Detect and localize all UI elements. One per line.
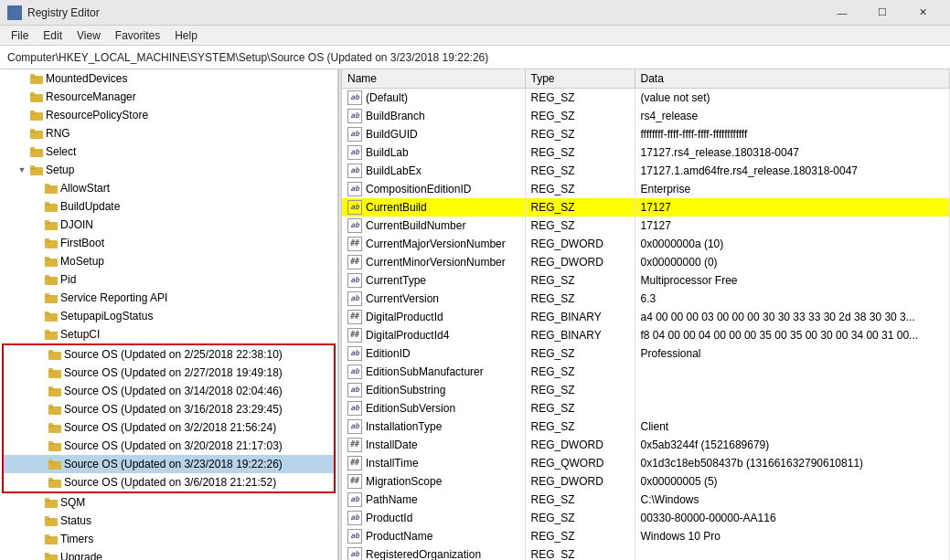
cell-data: 17127.rs4_release.180318-0047 xyxy=(635,143,950,162)
tree-node-SourceOS6[interactable]: Source OS (Updated on 3/20/2018 21:17:03… xyxy=(4,437,334,455)
tree-node-FirstBoot[interactable]: FirstBoot xyxy=(0,234,337,252)
table-row[interactable]: abProductIdREG_SZ00330-80000-00000-AA116 xyxy=(342,509,950,527)
tree-label-ServiceReportingAPI: Service Reporting API xyxy=(60,291,167,304)
tree-node-SourceOS3[interactable]: Source OS (Updated on 3/14/2018 02:04:46… xyxy=(4,382,334,400)
table-row[interactable]: abProductNameREG_SZWindows 10 Pro xyxy=(342,527,950,545)
cell-name: abBuildGUID xyxy=(342,125,525,143)
table-row[interactable]: abRegisteredOrganizationREG_SZ xyxy=(342,545,950,561)
tree-panel[interactable]: MountedDevices ResourceManager ResourceP… xyxy=(0,69,338,560)
table-row[interactable]: abEditionSubManufacturerREG_SZ xyxy=(342,363,950,381)
col-header-name[interactable]: Name xyxy=(342,69,525,89)
cell-name-text: InstallDate xyxy=(366,438,418,451)
col-header-type[interactable]: Type xyxy=(525,69,635,89)
menu-item-favorites[interactable]: Favorites xyxy=(108,27,167,44)
table-row[interactable]: ##InstallDateREG_DWORD0x5ab3244f (152168… xyxy=(342,436,950,454)
tree-node-SourceOS5[interactable]: Source OS (Updated on 3/2/2018 21:56:24) xyxy=(4,418,334,437)
cell-name: abRegisteredOrganization xyxy=(342,545,525,561)
folder-icon-SourceOS6 xyxy=(48,438,62,453)
table-row[interactable]: abCurrentTypeREG_SZMultiprocessor Free xyxy=(342,271,950,290)
tree-label-SourceOS7: Source OS (Updated on 3/23/2018 19:22:26… xyxy=(64,458,283,470)
expand-icon-SourceOS2 xyxy=(33,365,48,380)
tree-node-SourceOS8[interactable]: Source OS (Updated on 3/6/2018 21:21:52) xyxy=(4,473,334,491)
folder-icon-SourceOS4 xyxy=(48,402,62,417)
registry-table-container[interactable]: Name Type Data ab(Default)REG_SZ(value n… xyxy=(342,69,950,560)
tree-node-SetupCI[interactable]: SetupCI xyxy=(0,325,337,343)
tree-node-SourceOS1[interactable]: Source OS (Updated on 2/25/2018 22:38:10… xyxy=(4,345,334,364)
tree-node-RNG[interactable]: RNG xyxy=(0,124,337,143)
tree-node-ResourceManager[interactable]: ResourceManager xyxy=(0,88,337,106)
cell-name-text: CurrentMinorVersionNumber xyxy=(366,256,506,269)
tree-node-Select[interactable]: Select xyxy=(0,143,337,161)
tree-node-Status[interactable]: Status xyxy=(0,512,337,530)
svg-rect-66 xyxy=(48,441,53,444)
expand-icon-SourceOS7 xyxy=(33,457,48,471)
table-row[interactable]: abPathNameREG_SZC:\Windows xyxy=(342,491,950,509)
table-row[interactable]: ##DigitalProductId4REG_BINARYf8 04 00 00… xyxy=(342,326,950,344)
expand-icon-ResourcePolicyStore xyxy=(15,108,29,122)
address-path: Computer\HKEY_LOCAL_MACHINE\SYSTEM\Setup… xyxy=(7,51,488,64)
tree-node-DJOIN[interactable]: DJOIN xyxy=(0,216,337,234)
tree-node-SetupapiLogStatus[interactable]: SetupapiLogStatus xyxy=(0,307,337,325)
menu-item-edit[interactable]: Edit xyxy=(36,27,69,44)
svg-rect-6 xyxy=(30,74,35,77)
menu-item-file[interactable]: File xyxy=(4,27,36,44)
tree-node-Pid[interactable]: Pid xyxy=(0,270,337,289)
tree-node-ResourcePolicyStore[interactable]: ResourcePolicyStore xyxy=(0,106,337,124)
table-row[interactable]: ##CurrentMajorVersionNumberREG_DWORD0x00… xyxy=(342,235,950,253)
tree-node-MountedDevices[interactable]: MountedDevices xyxy=(0,69,337,88)
table-row[interactable]: ##DigitalProductIdREG_BINARYa4 00 00 00 … xyxy=(342,308,950,326)
cell-name: abCurrentVersion xyxy=(342,290,525,308)
table-row[interactable]: abInstallationTypeREG_SZClient xyxy=(342,417,950,436)
reg-type-icon: ab xyxy=(347,346,362,361)
tree-node-SQM[interactable]: SQM xyxy=(0,493,337,512)
menu-item-help[interactable]: Help xyxy=(167,27,205,44)
table-row[interactable]: ab(Default)REG_SZ(value not set) xyxy=(342,89,950,107)
expand-icon-ResourceManager xyxy=(15,90,29,104)
cell-name: abProductName xyxy=(342,527,525,545)
tree-node-Setup[interactable]: ▼ Setup xyxy=(0,161,337,179)
svg-rect-30 xyxy=(45,220,49,223)
table-row[interactable]: abEditionSubVersionREG_SZ xyxy=(342,399,950,417)
table-row[interactable]: abBuildBranchREG_SZrs4_release xyxy=(342,107,950,125)
tree-node-Timers[interactable]: Timers xyxy=(0,530,337,548)
cell-data: (value not set) xyxy=(635,89,950,107)
tree-node-SourceOS7[interactable]: Source OS (Updated on 3/23/2018 19:22:26… xyxy=(4,455,334,473)
tree-label-SourceOS8: Source OS (Updated on 3/6/2018 21:21:52) xyxy=(64,476,276,489)
col-header-data[interactable]: Data xyxy=(635,69,950,89)
tree-node-Upgrade[interactable]: Upgrade xyxy=(0,548,337,560)
table-row[interactable]: abEditionIDREG_SZProfessional xyxy=(342,344,950,363)
maximize-button[interactable]: ☐ xyxy=(862,0,902,26)
folder-icon-ServiceReportingAPI xyxy=(44,291,59,305)
close-button[interactable]: ✕ xyxy=(902,0,943,26)
table-row[interactable]: abEditionSubstringREG_SZ xyxy=(342,381,950,399)
right-panel: Name Type Data ab(Default)REG_SZ(value n… xyxy=(342,69,950,560)
table-row[interactable]: abCurrentBuildREG_SZ17127 xyxy=(342,198,950,217)
reg-type-icon: ab xyxy=(347,218,362,233)
tree-node-SourceOS2[interactable]: Source OS (Updated on 2/27/2018 19:49:18… xyxy=(4,364,334,382)
table-row[interactable]: abCurrentBuildNumberREG_SZ17127 xyxy=(342,217,950,235)
menu-item-view[interactable]: View xyxy=(69,27,108,44)
folder-icon-Pid xyxy=(44,272,59,287)
minimize-button[interactable]: — xyxy=(822,0,862,26)
folder-icon-SourceOS2 xyxy=(48,365,62,380)
expand-icon-Setup[interactable]: ▼ xyxy=(15,163,29,177)
cell-type: REG_SZ xyxy=(525,107,635,125)
tree-node-BuildUpdate[interactable]: BuildUpdate xyxy=(0,197,337,216)
folder-icon-DJOIN xyxy=(44,217,59,232)
table-row[interactable]: ##CurrentMinorVersionNumberREG_DWORD0x00… xyxy=(342,253,950,271)
reg-type-icon: ab xyxy=(347,90,362,105)
tree-node-AllowStart[interactable]: AllowStart xyxy=(0,179,337,197)
table-row[interactable]: abCompositionEditionIDREG_SZEnterprise xyxy=(342,180,950,198)
table-row[interactable]: abCurrentVersionREG_SZ6.3 xyxy=(342,290,950,308)
table-row[interactable]: ##InstallTimeREG_QWORD0x1d3c18eb508437b … xyxy=(342,454,950,472)
table-row[interactable]: abBuildGUIDREG_SZffffffff-ffff-ffff-ffff… xyxy=(342,125,950,143)
folder-icon-Upgrade xyxy=(44,550,59,560)
table-row[interactable]: abBuildLabREG_SZ17127.rs4_release.180318… xyxy=(342,143,950,162)
tree-node-ServiceReportingAPI[interactable]: Service Reporting API xyxy=(0,289,337,307)
table-row[interactable]: ##MigrationScopeREG_DWORD0x00000005 (5) xyxy=(342,472,950,491)
menu-bar: FileEditViewFavoritesHelp xyxy=(0,26,950,46)
folder-icon-SetupapiLogStatus xyxy=(44,309,59,323)
table-row[interactable]: abBuildLabExREG_SZ17127.1.amd64fre.rs4_r… xyxy=(342,162,950,180)
tree-node-MoSetup[interactable]: MoSetup xyxy=(0,252,337,270)
tree-node-SourceOS4[interactable]: Source OS (Updated on 3/16/2018 23:29:45… xyxy=(4,400,334,418)
